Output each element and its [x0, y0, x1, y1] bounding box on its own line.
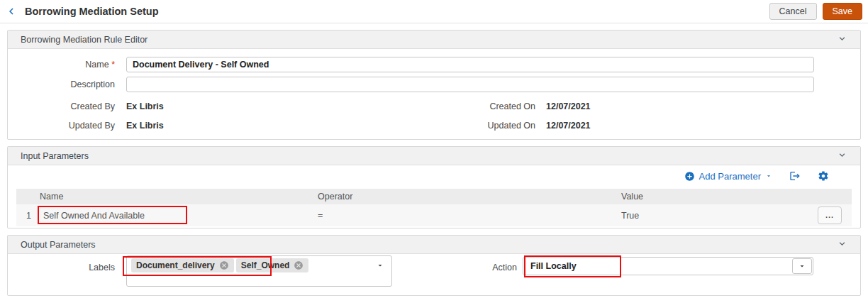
save-button[interactable]: Save — [823, 3, 863, 20]
created-by-value: Ex Libris — [126, 101, 481, 111]
required-asterisk: * — [111, 60, 115, 70]
header-index-spacer — [16, 189, 40, 204]
labels-chip-row: Document_delivery Self_Owned — [127, 256, 391, 274]
created-on-value: 12/07/2021 — [546, 101, 591, 111]
cancel-button[interactable]: Cancel — [769, 3, 817, 20]
top-bar-left: Borrowing Mediation Setup — [4, 4, 159, 18]
top-bar-actions: Cancel Save — [769, 3, 862, 20]
back-icon[interactable] — [4, 4, 18, 18]
description-label: Description — [8, 79, 126, 89]
rule-editor-panel-title: Borrowing Mediation Rule Editor — [21, 35, 148, 45]
add-parameter-label: Add Parameter — [699, 171, 761, 182]
action-select[interactable]: Fill Locally — [523, 257, 813, 275]
add-parameter-button[interactable]: Add Parameter — [684, 171, 772, 182]
chip-remove-icon[interactable] — [219, 260, 229, 270]
dropdown-caret-icon[interactable] — [792, 258, 812, 274]
created-on-label: Created On — [481, 101, 535, 111]
updated-row: Updated By Ex Libris Updated On 12/07/20… — [8, 121, 860, 131]
output-field: Document_delivery Self_Owned — [126, 255, 860, 287]
name-row: Name * — [8, 57, 860, 72]
row-value: True — [621, 204, 808, 226]
row-actions-button[interactable]: ... — [818, 206, 842, 224]
column-header-value: Value — [621, 189, 808, 204]
parameters-table: Name Operator Value 1 Self Owned And Ava… — [16, 189, 852, 226]
row-index: 1 — [16, 204, 40, 226]
chip-remove-icon[interactable] — [294, 260, 304, 270]
chevron-down-icon[interactable] — [837, 150, 847, 162]
rule-editor-panel-body: Name * Description Created By Ex Libris … — [8, 49, 860, 139]
export-icon[interactable] — [789, 170, 801, 182]
output-row: Labels Document_delivery Self_Owned — [8, 255, 860, 287]
created-row: Created By Ex Libris Created On 12/07/20… — [8, 101, 860, 111]
name-input[interactable] — [126, 57, 814, 72]
rule-editor-panel: Borrowing Mediation Rule Editor Name * D… — [7, 30, 861, 140]
table-header-row: Name Operator Value — [16, 189, 852, 204]
action-label: Action — [392, 255, 523, 272]
settings-icon[interactable] — [818, 170, 829, 182]
column-header-actions — [808, 189, 853, 204]
updated-on-label: Updated On — [481, 121, 535, 131]
column-header-name: Name — [40, 189, 318, 204]
label-chip-text: Document_delivery — [136, 260, 215, 270]
updated-on-value: 12/07/2021 — [546, 121, 591, 131]
output-parameters-panel-title: Output Parameters — [21, 240, 96, 250]
rule-editor-panel-header[interactable]: Borrowing Mediation Rule Editor — [8, 31, 860, 49]
row-actions-cell: ... — [808, 204, 853, 226]
row-operator-value: = — [318, 204, 621, 226]
name-label-text: Name — [85, 60, 108, 70]
labels-input-area[interactable] — [127, 274, 391, 286]
column-header-operator: Operator — [318, 189, 621, 204]
name-label: Name * — [8, 60, 126, 70]
input-parameters-panel-header[interactable]: Input Parameters — [8, 147, 860, 165]
labels-label: Labels — [8, 255, 126, 287]
output-parameters-body: Labels Document_delivery Self_Owned — [8, 254, 860, 295]
label-chip-text: Self_Owned — [241, 260, 290, 270]
add-icon — [684, 171, 695, 182]
chevron-down-icon[interactable] — [837, 238, 847, 251]
row-name-cell: Self Owned And Available — [40, 204, 318, 226]
action-value: Fill Locally — [523, 261, 792, 271]
chevron-down-icon — [765, 172, 772, 180]
created-by-label: Created By — [8, 101, 126, 111]
updated-by-value: Ex Libris — [126, 121, 481, 131]
output-parameters-panel: Output Parameters Labels Document_delive… — [7, 235, 861, 296]
label-chip: Self_Owned — [236, 258, 309, 272]
chevron-down-icon[interactable] — [837, 33, 847, 46]
input-parameters-panel: Input Parameters Add Parameter Name Oper… — [7, 146, 861, 228]
description-row: Description — [8, 77, 860, 92]
input-parameters-panel-title: Input Parameters — [21, 151, 89, 161]
updated-by-label: Updated By — [8, 121, 126, 131]
output-parameters-panel-header[interactable]: Output Parameters — [8, 236, 860, 254]
row-name-value: Self Owned And Available — [43, 211, 145, 221]
updated-field: Ex Libris Updated On 12/07/2021 — [126, 121, 860, 131]
label-chip: Document_delivery — [131, 258, 234, 272]
table-row: 1 Self Owned And Available = True ... — [16, 204, 852, 226]
page-title: Borrowing Mediation Setup — [25, 6, 159, 17]
labels-multiselect[interactable]: Document_delivery Self_Owned — [126, 255, 392, 287]
created-field: Ex Libris Created On 12/07/2021 — [126, 101, 860, 111]
top-bar: Borrowing Mediation Setup Cancel Save — [0, 0, 868, 23]
input-parameters-toolbar: Add Parameter — [8, 165, 860, 185]
description-input[interactable] — [126, 77, 814, 92]
dropdown-caret-icon[interactable] — [376, 261, 384, 270]
